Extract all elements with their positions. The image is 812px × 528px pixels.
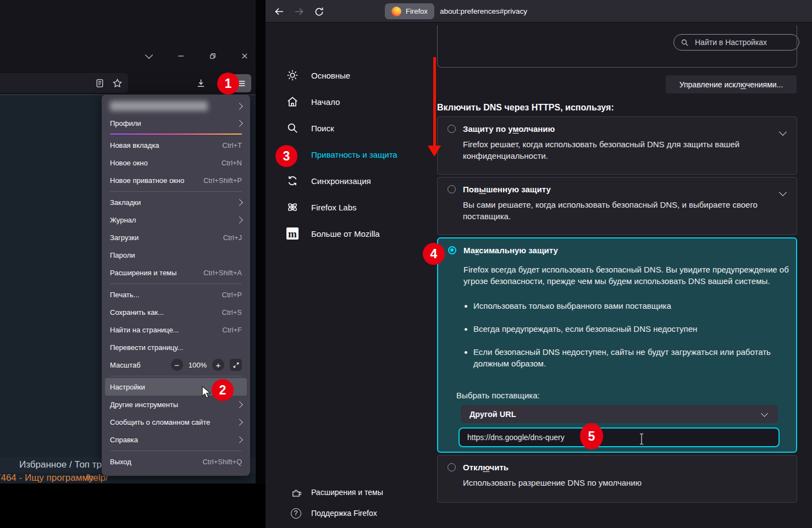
reload-button[interactable]: [313, 5, 325, 18]
sync-icon: [286, 174, 299, 187]
sidebar-item-more-from-mozilla[interactable]: m Больше от Mozilla: [286, 220, 418, 247]
bookmark-star-icon[interactable]: [112, 77, 123, 88]
sidebar-item-search[interactable]: Поиск: [286, 115, 418, 141]
dns-option-max-protection[interactable]: Максимальную защиту Firefox всегда будет…: [437, 237, 797, 453]
step-5-badge: 5: [580, 423, 603, 449]
menu-item-report-broken-site[interactable]: Сообщить о сломанном сайте: [102, 413, 250, 431]
radio-unselected-icon[interactable]: [448, 125, 456, 133]
menu-item-new-window[interactable]: Новое окноCtrl+N: [102, 154, 250, 171]
zoom-level[interactable]: 100%: [189, 361, 207, 369]
restore-button[interactable]: [208, 52, 217, 60]
minimize-button[interactable]: [176, 52, 185, 60]
menu-item-save-as[interactable]: Сохранить как...Ctrl+S: [102, 303, 250, 321]
left-window-titlebar: [0, 0, 256, 71]
home-icon: [286, 95, 299, 108]
menu-item-new-private-window[interactable]: Новое приватное окноCtrl+Shift+P: [102, 171, 250, 189]
chevron-right-icon: [236, 436, 243, 443]
left-bottom-void: [0, 483, 266, 528]
menu-item-passwords[interactable]: Пароли: [102, 246, 250, 264]
radio-selected-icon[interactable]: [448, 246, 456, 254]
menu-item-history[interactable]: Журнал: [102, 211, 250, 229]
sidebar-item-home[interactable]: Начало: [286, 88, 418, 115]
menu-divider: [110, 284, 242, 284]
custom-url-field-wrap: [459, 427, 780, 447]
window-edge-gap: [256, 0, 266, 528]
menu-item-print[interactable]: Печать...Ctrl+P: [102, 286, 250, 303]
chevron-right-icon: [236, 199, 243, 206]
menu-item-account[interactable]: [102, 98, 250, 114]
sidebar-item-privacy-security[interactable]: Приватность и защита: [286, 141, 418, 168]
firefox-identity-chip[interactable]: Firefox: [385, 3, 434, 19]
chevron-right-icon: [236, 419, 243, 426]
chevron-right-icon: [236, 103, 243, 110]
account-name-redacted: [110, 101, 208, 111]
back-button[interactable]: [273, 5, 285, 18]
sidebar-footer-addons[interactable]: Расширения и темы: [290, 482, 422, 502]
menu-item-translate-page[interactable]: Перевести страницу...: [102, 338, 250, 356]
dns-option-default-protection[interactable]: Защиту по умолчанию Firefox решает, когд…: [437, 116, 797, 175]
menu-item-downloads[interactable]: ЗагрузкиCtrl+J: [102, 229, 250, 246]
menu-divider: [110, 191, 242, 192]
chevron-right-icon: [236, 216, 243, 224]
menu-divider: [110, 451, 242, 451]
step-4-badge: 4: [423, 243, 445, 265]
menu-item-find-in-page[interactable]: Найти на странице...Ctrl+F: [102, 321, 250, 338]
option-description: Вы сами решаете, когда использовать безо…: [463, 199, 787, 222]
annotation-arrow-head: [428, 146, 441, 157]
list-tabs-chevron-icon[interactable]: [145, 52, 153, 60]
custom-url-input[interactable]: [460, 433, 778, 442]
text-cursor-icon: [638, 432, 645, 446]
bullet-item: Всегда предупреждать, если безопасный DN…: [473, 323, 792, 335]
mouse-pointer-icon: [200, 386, 212, 399]
menu-item-bookmarks[interactable]: Закладки: [102, 193, 250, 211]
option-bullet-list: Использовать только выбранного вами пост…: [463, 300, 792, 381]
radio-unselected-icon[interactable]: [448, 185, 456, 193]
option-title: Повышенную защиту: [463, 185, 551, 194]
menu-item-quit[interactable]: ВыходCtrl+Shift+Q: [102, 453, 250, 470]
forward-button[interactable]: [293, 5, 305, 18]
manage-exceptions-button[interactable]: Управление исключениями...: [666, 75, 797, 93]
menu-item-help[interactable]: Справка: [102, 431, 250, 448]
dns-option-disable[interactable]: Отключить Использовать разрешение DNS по…: [437, 455, 797, 503]
sidebar-item-general[interactable]: Основные: [286, 62, 418, 88]
option-title: Отключить: [463, 463, 509, 472]
option-description: Firefox решает, когда использовать безоп…: [463, 138, 787, 162]
menu-divider: [110, 376, 242, 376]
reader-view-icon[interactable]: [94, 77, 105, 88]
radio-unselected-icon[interactable]: [448, 463, 456, 471]
menu-item-addons-themes[interactable]: Расширения и темыCtrl+Shift+A: [102, 264, 250, 281]
profiles-gradient-divider: [110, 134, 242, 135]
dns-section-heading: Включить DNS через HTTPS, используя:: [437, 103, 614, 113]
sidebar-item-sync[interactable]: Синхронизация: [286, 168, 418, 194]
bullet-item: Использовать только выбранного вами пост…: [473, 300, 792, 312]
mozilla-icon: m: [286, 227, 299, 240]
sidebar-footer-support[interactable]: Поддержка Firefox: [290, 503, 422, 523]
step-1-badge: 1: [217, 73, 239, 95]
zoom-in-button[interactable]: +: [212, 359, 224, 371]
bullet-item: Если безопасный DNS недоступен, сайты не…: [473, 346, 792, 369]
screenshot-root: Избранное / Топ тредо 7464 - Ищу програм…: [0, 0, 812, 528]
provider-label: Выбрать поставщика:: [456, 391, 540, 400]
zoom-out-button[interactable]: −: [171, 359, 183, 371]
chevron-down-icon: [761, 410, 768, 417]
fullscreen-button[interactable]: [230, 359, 242, 371]
downloads-icon[interactable]: [195, 77, 206, 88]
provider-select[interactable]: Другой URL: [461, 405, 778, 423]
menu-item-new-tab[interactable]: Новая вкладкаCtrl+T: [102, 136, 250, 154]
address-url[interactable]: about:preferences#privacy: [440, 7, 527, 15]
menu-item-zoom: Масштаб − 100% +: [102, 356, 250, 374]
option-description: Firefox всегда будет использовать безопа…: [463, 264, 793, 287]
dns-option-increased-protection[interactable]: Повышенную защиту Вы сами решаете, когда…: [437, 177, 797, 235]
menu-item-profiles[interactable]: Профили: [102, 114, 250, 132]
browser-navbar: Firefox about:preferences#privacy: [266, 0, 812, 23]
thread-title-link[interactable]: 7464 - Ищу программу: [0, 473, 93, 483]
close-button[interactable]: [240, 52, 249, 60]
gear-icon: [286, 69, 299, 82]
previous-section-box-bottom: [437, 25, 797, 68]
option-description: Использовать разрешение DNS по умолчанию: [463, 477, 787, 488]
search-icon: [286, 121, 299, 135]
question-icon: [290, 508, 301, 519]
sidebar-item-firefox-labs[interactable]: Firefox Labs: [286, 194, 418, 220]
option-title: Защиту по умолчанию: [463, 124, 555, 134]
app-menu-popup: Профили Новая вкладкаCtrl+T Новое окноCt…: [102, 95, 250, 476]
